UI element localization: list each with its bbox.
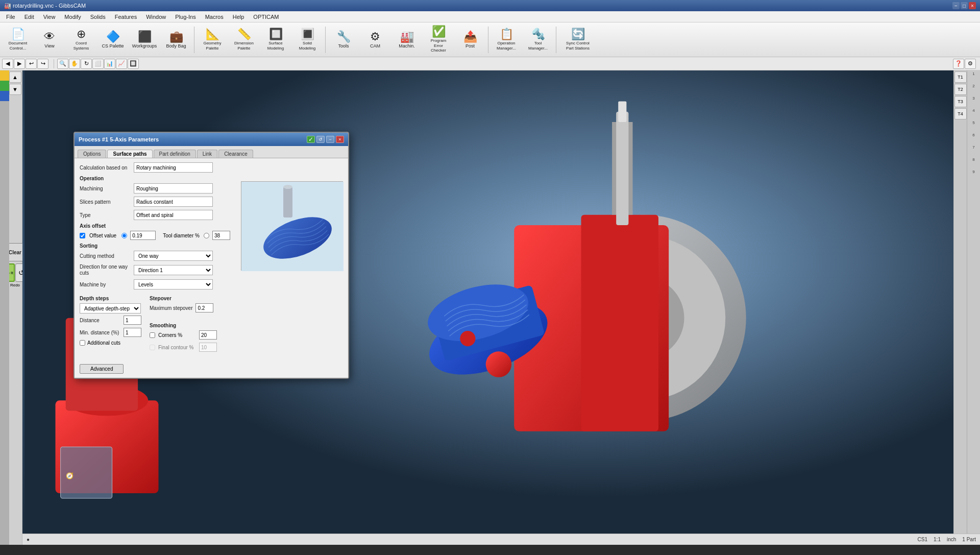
machin-button[interactable]: 🏭 Machin. (392, 25, 422, 55)
tools-button[interactable]: 🔧 Tools (329, 25, 358, 55)
menu-macros[interactable]: Macros (201, 13, 228, 21)
cam-icon: ⚙ (370, 31, 380, 42)
menu-window[interactable]: Window (142, 13, 170, 21)
right-ruler-2: 2 (972, 84, 974, 96)
right-tools-strip: T1 T2 T3 T4 (953, 70, 967, 534)
tab-clearance[interactable]: Clearance (218, 150, 253, 158)
right-tool-2[interactable]: T2 (954, 84, 967, 95)
geometry-palette-icon: 📐 (206, 29, 219, 40)
offset-value-input[interactable] (130, 231, 156, 240)
tool-arrow-down[interactable]: ▼ (9, 84, 21, 95)
tb2-view2-button[interactable]: 📊 (104, 59, 115, 69)
post-button[interactable]: 📤 Post (455, 25, 485, 55)
geometry-palette-button[interactable]: 📐 GeometryPalette (198, 25, 227, 55)
tab-surface-paths[interactable]: Surface paths (107, 150, 152, 158)
additional-cuts-checkbox[interactable] (80, 340, 85, 346)
cs-palette-button[interactable]: 🔷 CS Palette (98, 25, 128, 55)
sync-control-label: Sync Control Part Stations (562, 41, 594, 51)
program-error-checker-button[interactable]: ✅ ProgramError Checker (424, 25, 453, 55)
menu-modify[interactable]: Modify (60, 13, 85, 21)
tool-diameter-radio[interactable] (204, 233, 209, 238)
statusbar: ● CS1 1:1 inch 1 Part (22, 534, 980, 545)
corners-input[interactable] (199, 330, 217, 340)
tb2-view1-button[interactable]: ⬜ (92, 59, 104, 69)
dialog-ok-button[interactable]: ✓ (307, 136, 315, 143)
tab-options[interactable]: Options (78, 150, 106, 158)
tb2-settings-button[interactable]: ⚙ (965, 59, 976, 69)
color-chip-blue[interactable] (0, 91, 9, 101)
tb2-redo-button[interactable]: ↪ (37, 59, 48, 69)
depth-step-select[interactable]: Adaptive depth-step (80, 303, 141, 313)
dialog-reset-button[interactable]: ↺ (316, 136, 325, 143)
tb2-pan-button[interactable]: ✋ (69, 59, 80, 69)
right-tool-3[interactable]: T3 (954, 96, 967, 107)
slices-pattern-select[interactable]: Radius constant (134, 197, 213, 207)
menu-help[interactable]: Help (229, 13, 249, 21)
menu-opticam[interactable]: OPTICAM (249, 13, 283, 21)
tb2-help-button[interactable]: ❓ (953, 59, 964, 69)
offset-radio[interactable] (121, 233, 127, 238)
menu-edit[interactable]: Edit (20, 13, 38, 21)
menu-view[interactable]: View (39, 13, 60, 21)
solid-modeling-button[interactable]: 🔳 SolidModeling (292, 25, 322, 55)
left-tools-panel: ▲ ▼ Clear Do It ↺ Redo (8, 70, 22, 545)
distance-input[interactable] (124, 316, 141, 325)
cam-label: CAM (370, 43, 380, 49)
color-chip-green[interactable] (0, 81, 9, 91)
max-stepover-input[interactable] (195, 303, 213, 312)
tb2-shading-button[interactable]: 🔲 (128, 59, 139, 69)
view-button[interactable]: 👁 View (35, 25, 64, 55)
operation-manager-button[interactable]: 📋 OperationManager... (492, 25, 521, 55)
body-bag-button[interactable]: 💼 Body Bag (161, 25, 191, 55)
direction-select[interactable]: Direction 1 (134, 265, 213, 275)
right-tool-1[interactable]: T1 (954, 71, 967, 83)
menu-file[interactable]: File (2, 13, 19, 21)
sync-control-button[interactable]: 🔄 Sync Control Part Stations (559, 25, 596, 55)
workgroups-button[interactable]: ⬛ Workgroups (130, 25, 159, 55)
titlebar-controls[interactable]: − □ × (952, 2, 976, 9)
right-tool-4[interactable]: T4 (954, 108, 967, 119)
tool-arrow-up[interactable]: ▲ (9, 71, 21, 83)
min-distance-input[interactable] (124, 328, 141, 337)
viewport: 🧭 1 2 3 4 5 6 7 8 9 T1 T2 T3 T4 ● CS1 1:… (22, 70, 980, 545)
tab-link[interactable]: Link (197, 150, 217, 158)
advanced-button[interactable]: Advanced (80, 364, 124, 374)
machine-by-select[interactable]: Levels (134, 279, 213, 289)
tb2-view3-button[interactable]: 📈 (116, 59, 127, 69)
stepover-area: Stepover Maximum stepover Smoothing Corn… (150, 293, 217, 355)
close-button[interactable]: × (969, 2, 976, 9)
cam-button[interactable]: ⚙ CAM (360, 25, 390, 55)
maximize-button[interactable]: □ (961, 2, 968, 9)
dialog-controls[interactable]: ✓ ↺ − × (307, 136, 344, 143)
tb2-undo-button[interactable]: ↩ (26, 59, 37, 69)
final-contour-checkbox (150, 345, 155, 350)
cutting-method-select[interactable]: One way (134, 251, 213, 261)
corners-checkbox[interactable] (150, 332, 155, 338)
menu-features[interactable]: Features (111, 13, 141, 21)
tool-diameter-input[interactable] (212, 231, 230, 240)
color-chip-yellow[interactable] (0, 70, 9, 81)
titlebar-title: rotarydrilling.vnc - GibbsCAM (13, 3, 86, 9)
minimize-button[interactable]: − (952, 2, 960, 9)
dimension-palette-button[interactable]: 📏 DimensionPalette (229, 25, 259, 55)
machine-by-row: Machine by Levels (80, 279, 343, 289)
menu-plugins[interactable]: Plug-Ins (171, 13, 200, 21)
tb2-rotate-button[interactable]: ↻ (81, 59, 92, 69)
dialog-minimize-button[interactable]: − (326, 136, 334, 143)
tb2-forward-button[interactable]: ▶ (14, 59, 25, 69)
direction-label: Direction for one way cuts (80, 264, 131, 276)
offset-value-checkbox[interactable] (80, 233, 85, 238)
calculation-select[interactable]: Rotary machining (134, 162, 213, 173)
tab-part-definition[interactable]: Part definition (154, 150, 196, 158)
tb2-zoom-button[interactable]: 🔍 (57, 59, 68, 69)
dialog-close-button[interactable]: × (336, 136, 344, 143)
type-select[interactable]: Offset and spiral (134, 210, 213, 220)
surface-modeling-button[interactable]: 🔲 SurfaceModeling (261, 25, 290, 55)
tool-manager-button[interactable]: 🔩 ToolManager... (523, 25, 553, 55)
machining-select[interactable]: Roughing (134, 183, 213, 194)
operation-manager-label: OperationManager... (497, 41, 516, 51)
menu-solids[interactable]: Solids (86, 13, 110, 21)
coord-systems-button[interactable]: ⊕ CoordSystems (66, 25, 96, 55)
document-control-button[interactable]: 📄 DocumentControl... (3, 25, 33, 55)
tb2-back-button[interactable]: ◀ (2, 59, 13, 69)
